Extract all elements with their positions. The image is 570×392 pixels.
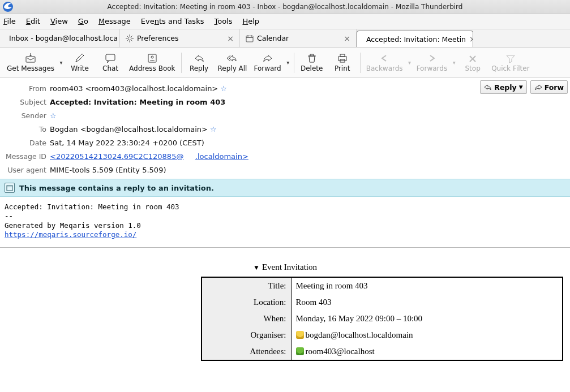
- body-line-1: Accepted: Invitation: Meeting in room 40…: [5, 203, 179, 211]
- svg-rect-23: [7, 186, 12, 191]
- info-text: This message contains a reply to an invi…: [19, 184, 214, 192]
- tab-preferences[interactable]: Preferences ×: [120, 29, 240, 47]
- event-location-value: Room 403: [291, 294, 563, 311]
- star-icon[interactable]: ☆: [210, 125, 217, 133]
- person-icon: [296, 331, 304, 339]
- svg-line-8: [131, 40, 132, 41]
- tabs-bar: Inbox - bogdan@localhost.loca Preference…: [0, 29, 570, 48]
- body-line-2: --: [5, 212, 18, 220]
- svg-rect-20: [338, 57, 346, 61]
- to-label: To: [3, 125, 50, 133]
- forward-icon: [534, 84, 542, 91]
- svg-rect-21: [340, 54, 345, 57]
- menu-go[interactable]: Go: [78, 17, 88, 25]
- address-book-button[interactable]: Address Book: [126, 49, 178, 76]
- write-button[interactable]: Write: [65, 49, 95, 76]
- get-messages-button[interactable]: Get Messages: [3, 49, 58, 76]
- body-line-3: Generated by Meqaris version 1.0: [5, 221, 141, 230]
- svg-point-2: [128, 37, 131, 40]
- get-messages-dropdown[interactable]: ▾: [58, 59, 65, 66]
- svg-rect-16: [26, 57, 35, 62]
- event-organiser-value: bogdan@localhost.localdomain: [306, 330, 413, 339]
- menu-view[interactable]: View: [50, 17, 68, 25]
- from-label: From: [3, 84, 50, 93]
- menu-tools[interactable]: Tools: [214, 17, 232, 25]
- user-agent-value: MIME-tools 5.509 (Entity 5.509): [50, 166, 166, 174]
- message-id-link-b[interactable]: .localdomain>: [195, 152, 248, 161]
- reply-button[interactable]: Reply: [184, 49, 215, 76]
- calendar-icon: [5, 183, 15, 193]
- to-value[interactable]: Bogdan <bogdan@localhost.localdomain>: [50, 125, 208, 133]
- event-when-value: Monday, 16 May 2022 09:00 – 10:00: [291, 311, 563, 327]
- menu-message[interactable]: Message: [98, 17, 131, 25]
- message-id-label: Message ID: [3, 152, 50, 161]
- reply-icon: [484, 84, 492, 91]
- menu-file[interactable]: File: [3, 17, 16, 25]
- backwards-button: Backwards: [363, 49, 406, 76]
- tab-calendar[interactable]: Calendar ×: [240, 29, 357, 47]
- event-invitation-heading[interactable]: ▼Event Invitation: [0, 248, 570, 277]
- close-icon[interactable]: ×: [227, 34, 234, 43]
- stop-button: Stop: [457, 49, 488, 76]
- forward-button[interactable]: Forward: [250, 49, 284, 76]
- star-icon[interactable]: ☆: [220, 84, 227, 93]
- forwards-nav-button: Forwards: [413, 49, 451, 76]
- print-button[interactable]: Print: [327, 49, 358, 76]
- tab-inbox-label: Inbox - bogdan@localhost.loca: [9, 34, 118, 42]
- menu-events-tasks[interactable]: Events and Tasks: [141, 17, 204, 25]
- tab-message[interactable]: Accepted: Invitation: Meetin ×: [357, 31, 473, 47]
- window-title: Accepted: Invitation: Meeting in room 40…: [108, 3, 463, 11]
- svg-line-7: [127, 36, 128, 37]
- tab-inbox[interactable]: Inbox - bogdan@localhost.loca: [0, 29, 120, 47]
- people-icon: [296, 347, 304, 355]
- sender-label: Sender: [3, 111, 50, 120]
- message-id-link-a[interactable]: <20220514213024.69C2C120885@: [50, 152, 183, 161]
- svg-point-19: [151, 56, 153, 58]
- chat-button[interactable]: Chat: [95, 49, 126, 76]
- main-toolbar: Get Messages ▾ Write Chat Address Book R…: [0, 48, 570, 78]
- event-title-label: Title:: [202, 277, 291, 294]
- triangle-down-icon: ▼: [253, 264, 260, 272]
- tab-message-label: Accepted: Invitation: Meetin: [366, 35, 466, 44]
- forward-dropdown[interactable]: ▾: [285, 59, 292, 66]
- date-value: Sat, 14 May 2022 23:30:24 +0200 (CEST): [50, 139, 204, 147]
- event-title-value: Meeting in room 403: [291, 277, 563, 294]
- quick-filter-button: Quick Filter: [488, 49, 533, 76]
- event-organiser-label: Organiser:: [202, 327, 291, 343]
- event-location-label: Location:: [202, 294, 291, 311]
- calendar-icon: [246, 35, 254, 42]
- header-forward-button[interactable]: Forw: [530, 80, 568, 94]
- from-value[interactable]: room403 <room403@localhost.localdomain>: [50, 84, 218, 93]
- svg-rect-11: [246, 36, 253, 42]
- forwards-nav-dropdown: ▾: [451, 59, 457, 66]
- close-icon[interactable]: ×: [469, 35, 473, 44]
- delete-button[interactable]: Delete: [297, 49, 327, 76]
- subject-value: Accepted: Invitation: Meeting in room 40…: [50, 98, 225, 106]
- svg-line-9: [131, 36, 132, 37]
- close-icon[interactable]: ×: [344, 34, 350, 43]
- star-icon[interactable]: ☆: [50, 111, 57, 120]
- event-attendees-label: Attendees:: [202, 343, 291, 360]
- event-attendees-value: room403@localhost: [306, 347, 375, 356]
- tab-preferences-label: Preferences: [137, 34, 179, 42]
- tab-calendar-label: Calendar: [257, 34, 289, 42]
- svg-rect-17: [106, 54, 115, 61]
- message-header-pane: Reply▼ Forw From room403 <room403@localh…: [0, 78, 570, 179]
- menu-help[interactable]: Help: [242, 17, 259, 25]
- date-label: Date: [3, 139, 50, 147]
- header-reply-button[interactable]: Reply▼: [480, 80, 526, 94]
- backwards-dropdown: ▾: [406, 59, 413, 66]
- invitation-info-bar: This message contains a reply to an invi…: [0, 179, 570, 197]
- reply-all-button[interactable]: Reply All: [215, 49, 251, 76]
- thunderbird-logo-icon: [2, 1, 14, 12]
- message-body: Accepted: Invitation: Meeting in room 40…: [0, 197, 570, 242]
- user-agent-label: User agent: [3, 166, 50, 174]
- menu-edit[interactable]: Edit: [26, 17, 40, 25]
- body-link[interactable]: https://meqaris.sourceforge.io/: [5, 230, 136, 239]
- gear-icon: [126, 35, 134, 42]
- window-titlebar: Accepted: Invitation: Meeting in room 40…: [0, 0, 570, 14]
- menubar: File Edit View Go Message Events and Tas…: [0, 14, 570, 29]
- subject-label: Subject: [3, 98, 50, 106]
- event-when-label: When:: [202, 311, 291, 327]
- event-invitation-table: Title: Meeting in room 403 Location: Roo…: [201, 277, 563, 361]
